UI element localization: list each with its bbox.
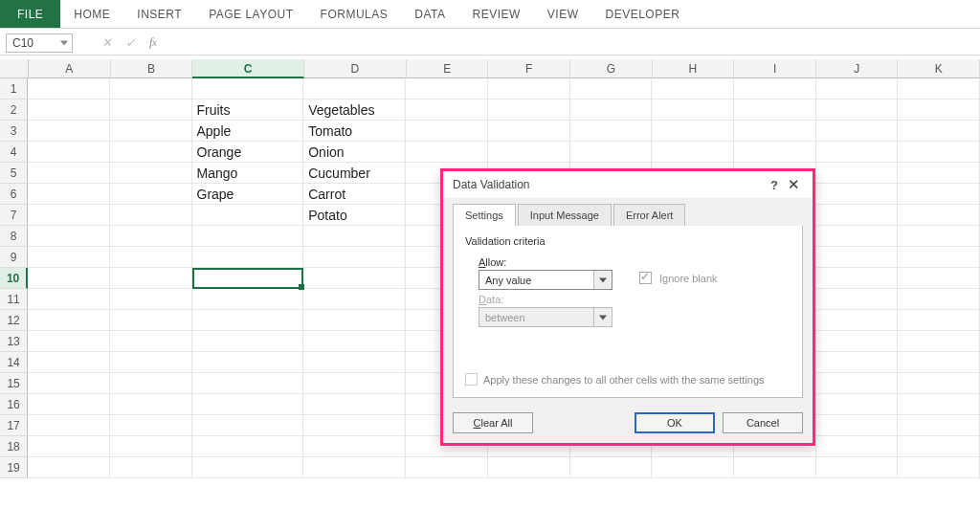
cell-C2[interactable]: Fruits — [192, 99, 304, 121]
cell-J14[interactable] — [816, 352, 899, 373]
name-box[interactable]: C10 — [6, 33, 73, 53]
cell-B4[interactable] — [110, 142, 192, 163]
cell-D11[interactable] — [303, 289, 406, 310]
cell-K18[interactable] — [898, 436, 980, 457]
cell-K5[interactable] — [898, 163, 980, 184]
cell-B5[interactable] — [110, 163, 192, 184]
cell-J11[interactable] — [816, 289, 899, 310]
cell-A19[interactable] — [28, 457, 110, 478]
cell-K19[interactable] — [898, 457, 980, 478]
help-icon[interactable]: ? — [765, 178, 784, 192]
cell-J7[interactable] — [816, 205, 899, 226]
col-header-F[interactable]: F — [488, 59, 570, 78]
cell-F1[interactable] — [488, 78, 570, 99]
cell-J1[interactable] — [816, 78, 899, 99]
cell-J5[interactable] — [816, 163, 899, 184]
cell-H19[interactable] — [652, 457, 734, 478]
cell-C14[interactable] — [192, 352, 304, 373]
cell-G19[interactable] — [570, 457, 653, 478]
cell-I4[interactable] — [734, 142, 816, 163]
allow-combobox[interactable]: Any value — [479, 270, 612, 290]
cell-K2[interactable] — [898, 99, 980, 121]
cell-H3[interactable] — [652, 121, 734, 142]
cell-J9[interactable] — [816, 247, 899, 268]
row-header-14[interactable]: 14 — [0, 352, 28, 373]
cell-J16[interactable] — [816, 394, 899, 415]
cell-C10[interactable] — [192, 268, 304, 289]
cell-A7[interactable] — [28, 205, 110, 226]
cell-B15[interactable] — [110, 373, 192, 394]
cell-K6[interactable] — [898, 184, 980, 205]
cell-K11[interactable] — [898, 289, 980, 310]
ok-button[interactable]: OK — [635, 412, 715, 433]
cell-C13[interactable] — [192, 331, 304, 352]
cell-J8[interactable] — [816, 226, 899, 247]
cell-D7[interactable]: Potato — [303, 205, 406, 226]
tab-settings[interactable]: Settings — [453, 204, 516, 227]
row-header-8[interactable]: 8 — [0, 226, 28, 247]
cell-B7[interactable] — [110, 205, 192, 226]
fx-icon[interactable]: fx — [149, 35, 157, 50]
cell-K9[interactable] — [898, 247, 980, 268]
tab-review[interactable]: REVIEW — [458, 0, 533, 28]
cell-C1[interactable] — [192, 78, 304, 99]
cell-E3[interactable] — [406, 121, 488, 142]
row-header-5[interactable]: 5 — [0, 163, 28, 184]
row-header-11[interactable]: 11 — [0, 289, 28, 310]
cell-D2[interactable]: Vegetables — [303, 99, 406, 121]
cell-C9[interactable] — [192, 247, 304, 268]
cell-I3[interactable] — [734, 121, 816, 142]
dialog-titlebar[interactable]: Data Validation ? ✕ — [443, 171, 813, 198]
tab-home[interactable]: HOME — [60, 0, 123, 28]
cell-H1[interactable] — [652, 78, 734, 99]
cell-A12[interactable] — [28, 310, 110, 331]
cell-K16[interactable] — [898, 394, 980, 415]
cell-J15[interactable] — [816, 373, 899, 394]
cell-C12[interactable] — [192, 310, 304, 331]
cell-C5[interactable]: Mango — [192, 163, 304, 184]
cell-I19[interactable] — [734, 457, 816, 478]
cell-B10[interactable] — [110, 268, 192, 289]
row-header-2[interactable]: 2 — [0, 99, 28, 121]
cell-D10[interactable] — [303, 268, 406, 289]
tab-developer[interactable]: DEVELOPER — [592, 0, 694, 28]
tab-formulas[interactable]: FORMULAS — [307, 0, 402, 28]
cell-B16[interactable] — [110, 394, 192, 415]
cell-K10[interactable] — [898, 268, 980, 289]
col-header-A[interactable]: A — [29, 59, 111, 78]
cell-C11[interactable] — [192, 289, 304, 310]
col-header-J[interactable]: J — [816, 59, 899, 78]
cell-A11[interactable] — [28, 289, 110, 310]
cell-D18[interactable] — [303, 436, 406, 457]
cell-G2[interactable] — [570, 99, 653, 121]
cell-K14[interactable] — [898, 352, 980, 373]
enter-icon[interactable]: ✓ — [125, 35, 136, 50]
cell-D5[interactable]: Cucumber — [303, 163, 406, 184]
row-header-18[interactable]: 18 — [0, 436, 28, 457]
cell-D8[interactable] — [303, 226, 406, 247]
cell-C8[interactable] — [192, 226, 304, 247]
cell-J13[interactable] — [816, 331, 899, 352]
cell-H2[interactable] — [652, 99, 734, 121]
cell-J3[interactable] — [816, 121, 899, 142]
row-header-1[interactable]: 1 — [0, 78, 28, 99]
row-header-15[interactable]: 15 — [0, 373, 28, 394]
close-icon[interactable]: ✕ — [784, 176, 803, 193]
cell-I1[interactable] — [734, 78, 816, 99]
cell-D3[interactable]: Tomato — [303, 121, 406, 142]
cell-B9[interactable] — [110, 247, 192, 268]
tab-view[interactable]: VIEW — [534, 0, 592, 28]
cell-A13[interactable] — [28, 331, 110, 352]
tab-input-message[interactable]: Input Message — [518, 204, 612, 227]
cell-A9[interactable] — [28, 247, 110, 268]
cell-A16[interactable] — [28, 394, 110, 415]
cell-D1[interactable] — [303, 78, 406, 99]
row-header-13[interactable]: 13 — [0, 331, 28, 352]
col-header-E[interactable]: E — [407, 59, 489, 78]
col-header-G[interactable]: G — [570, 59, 653, 78]
cell-H4[interactable] — [652, 142, 734, 163]
cell-D17[interactable] — [303, 415, 406, 436]
cell-B11[interactable] — [110, 289, 192, 310]
cell-D12[interactable] — [303, 310, 406, 331]
cell-J18[interactable] — [816, 436, 899, 457]
